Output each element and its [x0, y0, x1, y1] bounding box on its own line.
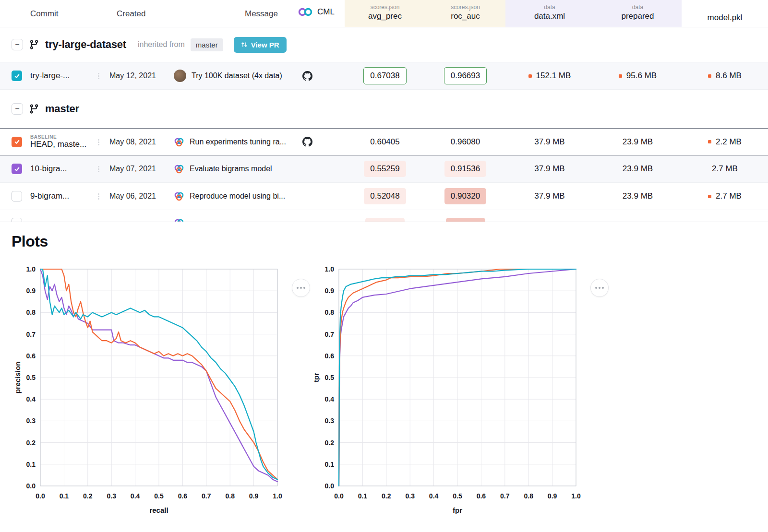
- commit-row-head-master[interactable]: BASELINE HEAD, maste... May 08, 2021 Run…: [0, 128, 768, 155]
- row-checkbox[interactable]: [12, 137, 22, 147]
- commit-message: Reproduce model using bi...: [190, 192, 285, 201]
- svg-text:0.7: 0.7: [325, 331, 335, 338]
- cml-label: CML: [317, 7, 335, 17]
- dvc-exp-icon: [174, 191, 184, 201]
- metric-avg-prec: 0.52048: [364, 188, 406, 204]
- svg-text:0.3: 0.3: [26, 417, 36, 425]
- metric-roc-auc: 0.96693: [444, 67, 487, 84]
- git-branch-icon: [29, 39, 39, 50]
- dvc-exp-icon: [174, 164, 184, 174]
- github-icon[interactable]: [302, 71, 312, 81]
- svg-text:0.1: 0.1: [26, 461, 36, 468]
- branch-header-master: − master: [0, 90, 768, 128]
- col-header-message[interactable]: Message: [245, 9, 278, 19]
- metric-group-label: scores.json: [425, 4, 505, 11]
- commit-message: Run experiments tuning ra...: [190, 138, 286, 146]
- changed-marker-icon: [708, 195, 711, 198]
- commit-row-try-large[interactable]: try-large-... May 12, 2021 Try 100K data…: [0, 62, 768, 90]
- commit-row-10-bigrams[interactable]: 10-bigra... May 07, 2021 Evaluate bigram…: [0, 155, 768, 183]
- changed-marker-icon: [708, 74, 711, 78]
- svg-text:0.1: 0.1: [60, 492, 69, 500]
- svg-text:0.6: 0.6: [178, 492, 188, 500]
- svg-text:0.8: 0.8: [325, 308, 335, 316]
- pull-request-icon: [241, 41, 248, 48]
- baseline-tag: BASELINE: [30, 134, 91, 140]
- drag-handle-icon[interactable]: [98, 73, 99, 74]
- branch-title: master: [45, 103, 79, 115]
- metric-group-label: data: [594, 4, 682, 11]
- metric-label: roc_auc: [425, 12, 505, 21]
- metric-roc-auc: 0.91536: [444, 161, 486, 177]
- svg-text:0.3: 0.3: [325, 417, 335, 425]
- commit-row-partial[interactable]: [0, 210, 768, 222]
- avatar: [174, 70, 186, 82]
- plots-title: Plots: [0, 222, 768, 250]
- svg-text:0.2: 0.2: [325, 439, 335, 447]
- metric-avg-prec: 0.55259: [364, 161, 406, 177]
- row-checkbox[interactable]: [12, 164, 22, 174]
- view-pr-label: View PR: [251, 41, 279, 49]
- commit-message: Try 100K dataset (4x data): [192, 71, 282, 80]
- commit-name[interactable]: 9-bigram...: [29, 191, 91, 201]
- chart-menu-button[interactable]: [590, 279, 609, 297]
- precision-recall-chart: 0.00.00.10.10.20.20.30.30.40.40.50.50.60…: [12, 262, 306, 518]
- chart-menu-button[interactable]: [292, 279, 310, 297]
- row-checkbox[interactable]: [12, 218, 22, 222]
- collapse-branch-button[interactable]: −: [12, 103, 23, 115]
- row-checkbox[interactable]: [12, 191, 22, 201]
- svg-text:0.5: 0.5: [26, 374, 36, 381]
- col-header-roc-auc[interactable]: scores.json roc_auc: [425, 0, 505, 27]
- svg-text:0.9: 0.9: [249, 492, 259, 500]
- svg-text:tpr: tpr: [312, 373, 320, 382]
- svg-text:0.0: 0.0: [26, 482, 36, 490]
- github-icon[interactable]: [302, 137, 312, 147]
- metric-group-label: data: [505, 4, 594, 11]
- svg-text:0.9: 0.9: [26, 287, 36, 295]
- svg-text:precision: precision: [13, 362, 22, 394]
- svg-text:0.6: 0.6: [477, 492, 486, 500]
- commit-row-9-bigrams[interactable]: 9-bigram... May 06, 2021 Reproduce model…: [0, 183, 768, 210]
- svg-text:fpr: fpr: [453, 506, 462, 514]
- drag-handle-icon[interactable]: [98, 139, 99, 141]
- branch-title: try-large-dataset: [45, 38, 126, 51]
- cml-logo-icon: [298, 7, 314, 17]
- col-header-model-pkl[interactable]: model.pkl: [682, 0, 768, 27]
- svg-text:0.6: 0.6: [325, 352, 335, 360]
- commit-name[interactable]: 10-bigra...: [29, 164, 91, 174]
- metric-prepared: 23.9 MB: [623, 191, 653, 201]
- metric-data-xml: 152.1 MB: [536, 71, 571, 81]
- svg-text:0.5: 0.5: [325, 374, 335, 381]
- svg-text:0.2: 0.2: [26, 439, 36, 447]
- metric-group-label: scores.json: [345, 4, 425, 11]
- plots-section: Plots 0.00.00.10.10.20.20.30.30.40.40.50…: [0, 222, 768, 532]
- commit-message: Evaluate bigrams model: [190, 165, 272, 173]
- svg-text:0.7: 0.7: [202, 492, 211, 500]
- drag-handle-icon[interactable]: [98, 166, 99, 167]
- commit-name[interactable]: try-large-...: [29, 71, 91, 81]
- col-header-avg-prec[interactable]: scores.json avg_prec: [345, 0, 425, 27]
- svg-text:0.1: 0.1: [358, 492, 368, 500]
- col-header-commit[interactable]: Commit: [30, 9, 59, 19]
- inherited-branch-chip: master: [191, 38, 223, 51]
- view-pr-button[interactable]: View PR: [234, 37, 287, 53]
- git-branch-icon: [29, 104, 39, 114]
- svg-text:0.6: 0.6: [26, 352, 36, 360]
- metric-data-xml: 37.9 MB: [534, 191, 564, 201]
- svg-text:0.8: 0.8: [225, 492, 235, 500]
- collapse-branch-button[interactable]: −: [12, 39, 23, 50]
- commit-name[interactable]: HEAD, maste...: [30, 140, 91, 149]
- col-header-created[interactable]: Created: [117, 9, 145, 19]
- col-header-data-xml[interactable]: data data.xml: [505, 0, 594, 27]
- col-header-prepared[interactable]: data prepared: [594, 0, 682, 27]
- commit-created: May 07, 2021: [91, 165, 168, 173]
- drag-handle-icon[interactable]: [98, 193, 99, 195]
- check-icon: [14, 73, 20, 79]
- col-header-cml[interactable]: CML: [298, 7, 335, 17]
- row-checkbox[interactable]: [12, 71, 22, 81]
- table-header: Commit Created Message CML scores.json a…: [0, 0, 768, 27]
- metric-prepared: 23.9 MB: [623, 137, 653, 147]
- metric-model-pkl: 8.6 MB: [716, 71, 742, 81]
- metric-label: data.xml: [505, 12, 594, 21]
- svg-text:1.0: 1.0: [26, 265, 36, 273]
- metric-model-pkl: 2.2 MB: [716, 137, 742, 147]
